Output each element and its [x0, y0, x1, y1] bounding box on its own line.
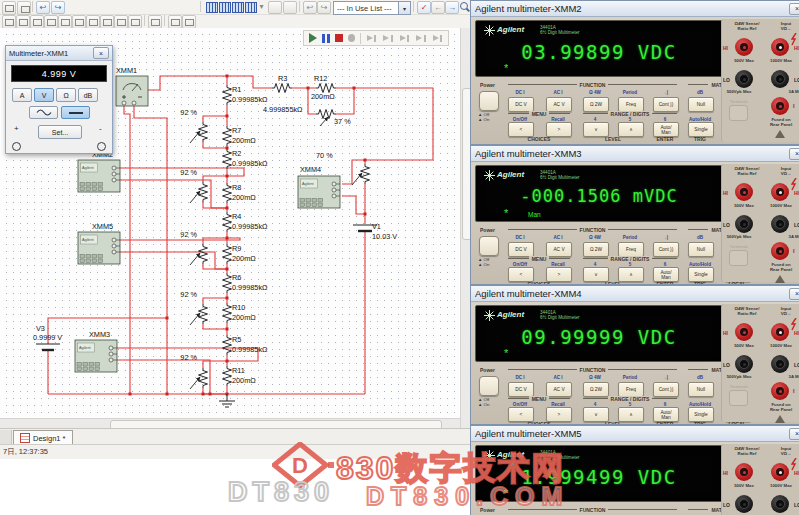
ac-mode-button[interactable] — [29, 106, 58, 119]
stop-simulation-icon[interactable] — [335, 34, 343, 42]
run-simulation-icon[interactable] — [309, 33, 317, 43]
erc-check-icon[interactable]: ✓ — [417, 1, 431, 14]
current-jack[interactable] — [771, 97, 789, 115]
menu-right-button[interactable]: > — [546, 267, 572, 282]
ohm2w-button[interactable]: Ω 2W — [583, 97, 609, 112]
negative-terminal-icon[interactable] — [97, 142, 106, 151]
sense-lo-jack[interactable] — [735, 215, 753, 233]
window-titlebar[interactable]: Agilent multimeter-XMM5 × — [471, 426, 799, 442]
range-up-button[interactable]: ∧ — [618, 267, 644, 282]
acv-button[interactable]: AC V — [546, 382, 572, 397]
cont-button[interactable]: Cont )) — [653, 382, 679, 397]
power-button[interactable] — [479, 236, 499, 256]
single-button[interactable]: Single — [688, 407, 714, 422]
view-sheet-icon[interactable] — [245, 2, 257, 13]
toggle-border-icon[interactable] — [219, 2, 231, 13]
xmm4-symbol[interactable] — [298, 176, 340, 208]
range-up-button[interactable]: ∧ — [618, 407, 644, 422]
xmm2-symbol[interactable] — [78, 160, 120, 192]
sense-hi-jack[interactable] — [735, 463, 753, 481]
input-lo-jack[interactable] — [771, 215, 789, 233]
sense-hi-jack[interactable] — [735, 38, 753, 56]
null-button[interactable]: Null — [688, 242, 714, 257]
place-diode-icon[interactable] — [30, 15, 44, 29]
menu-left-button[interactable]: < — [508, 267, 534, 282]
input-lo-jack[interactable] — [771, 70, 789, 88]
range-down-button[interactable]: ∨ — [583, 407, 609, 422]
menu-left-button[interactable]: < — [508, 407, 534, 422]
input-hi-jack[interactable] — [771, 38, 789, 56]
xmm3-symbol[interactable] — [75, 340, 117, 372]
auto-man-button[interactable]: Auto/ Man — [653, 267, 679, 282]
redo-icon[interactable]: ↪ — [51, 1, 65, 14]
place-analog-icon[interactable] — [58, 15, 72, 29]
tab-design1[interactable]: Design1 * — [13, 430, 73, 445]
menu-right-button[interactable]: > — [546, 407, 572, 422]
close-icon[interactable]: × — [789, 428, 799, 440]
acv-button[interactable]: AC V — [546, 242, 572, 257]
window-titlebar[interactable]: Agilent multimeter-XMM3 × — [471, 146, 799, 162]
xmm1-titlebar[interactable]: Multimeter-XMM1 × — [6, 46, 112, 61]
close-icon[interactable]: × — [93, 47, 109, 59]
range-down-button[interactable]: ∨ — [583, 122, 609, 137]
mode-ohm-button[interactable]: Ω — [56, 88, 76, 102]
tab-scroll-button[interactable] — [0, 430, 12, 444]
menu-right-button[interactable]: > — [546, 122, 572, 137]
close-icon[interactable]: × — [789, 148, 799, 160]
input-hi-jack[interactable] — [771, 463, 789, 481]
record-icon[interactable] — [348, 34, 356, 42]
view-dropdown-icon[interactable]: ▾ — [258, 1, 265, 12]
close-icon[interactable]: × — [789, 3, 799, 15]
forward-annotate-icon[interactable]: → — [445, 1, 459, 14]
null-button[interactable]: Null — [688, 382, 714, 397]
ground-symbol[interactable] — [219, 394, 235, 407]
range-down-button[interactable]: ∨ — [583, 267, 609, 282]
rotate-ccw-icon[interactable]: ↩ — [303, 1, 317, 14]
step-over-icon[interactable] — [399, 33, 410, 43]
combo-caret-icon[interactable]: ▾ — [398, 2, 410, 14]
input-lo-jack[interactable] — [771, 495, 789, 513]
ohm2w-button[interactable]: Ω 2W — [583, 382, 609, 397]
front-rear-button[interactable] — [729, 390, 748, 406]
back-annotate-icon[interactable]: ← — [431, 1, 445, 14]
step-into-icon[interactable] — [382, 33, 393, 43]
paste-icon[interactable] — [2, 1, 16, 15]
in-use-list-combo[interactable]: --- In Use List --- ▾ — [333, 1, 411, 15]
auto-man-button[interactable]: Auto/ Man — [653, 407, 679, 422]
freq-button[interactable]: Freq — [618, 97, 644, 112]
ohm2w-button[interactable]: Ω 2W — [583, 242, 609, 257]
positive-terminal-icon[interactable] — [12, 142, 21, 151]
cont-button[interactable]: Cont )) — [653, 242, 679, 257]
place-basic-icon[interactable] — [16, 15, 30, 29]
place-indicator-icon[interactable] — [128, 15, 142, 29]
sense-lo-jack[interactable] — [735, 70, 753, 88]
run-to-cursor-icon[interactable] — [432, 33, 443, 43]
zoom-fit-icon[interactable] — [283, 1, 297, 14]
sense-lo-jack[interactable] — [735, 495, 753, 513]
input-hi-jack[interactable] — [771, 323, 789, 341]
battery-v3[interactable] — [36, 344, 60, 350]
close-icon[interactable]: × — [789, 288, 799, 300]
power-button[interactable] — [479, 376, 499, 396]
front-rear-button[interactable] — [729, 250, 748, 266]
input-lo-jack[interactable] — [771, 355, 789, 373]
current-jack[interactable] — [771, 242, 789, 260]
sense-hi-jack[interactable] — [735, 323, 753, 341]
sense-hi-jack[interactable] — [735, 183, 753, 201]
set-button[interactable]: Set... — [38, 125, 82, 139]
freq-button[interactable]: Freq — [618, 242, 644, 257]
rotate-cw-icon[interactable]: ↪ — [317, 1, 331, 14]
place-ttl-icon[interactable] — [72, 15, 86, 29]
acv-button[interactable]: AC V — [546, 97, 572, 112]
undo-icon[interactable]: ↩ — [36, 1, 50, 14]
mode-db-button[interactable]: dB — [78, 88, 98, 102]
dcv-button[interactable]: DC V — [508, 242, 534, 257]
place-misc-icon[interactable] — [168, 15, 182, 29]
freq-button[interactable]: Freq — [618, 382, 644, 397]
menu-left-button[interactable]: < — [508, 122, 534, 137]
front-rear-button[interactable] — [729, 105, 748, 121]
single-button[interactable]: Single — [688, 267, 714, 282]
place-cmos-icon[interactable] — [86, 15, 100, 29]
find-icon[interactable] — [459, 2, 470, 13]
current-jack[interactable] — [771, 382, 789, 400]
